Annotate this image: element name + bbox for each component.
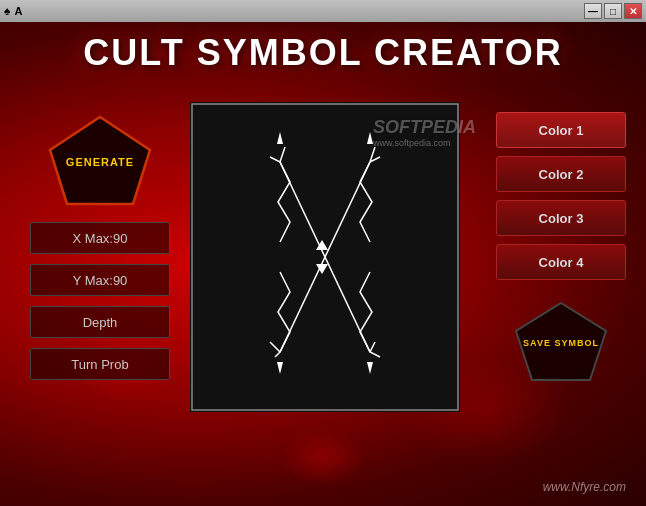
svg-marker-4: [277, 132, 283, 144]
svg-marker-6: [277, 362, 283, 374]
maximize-button[interactable]: □: [604, 3, 622, 19]
close-button[interactable]: ✕: [624, 3, 642, 19]
app-title: CULT SYMBOL CREATOR: [83, 32, 562, 74]
color3-button[interactable]: Color 3: [496, 200, 626, 236]
left-panel: GENERATE X Max:90 Y Max:90 Depth Turn Pr…: [20, 112, 180, 380]
turn-prob-button[interactable]: Turn Prob: [30, 348, 170, 380]
color2-button[interactable]: Color 2: [496, 156, 626, 192]
canvas-area: [190, 102, 460, 412]
window-controls: — □ ✕: [584, 3, 642, 19]
color4-button[interactable]: Color 4: [496, 244, 626, 280]
title-bar-left: ♠ A: [4, 4, 22, 18]
save-symbol-button[interactable]: SAVE SYMBOL: [506, 298, 616, 388]
softpedia-watermark: SOFTPEDIA www.softpedia.com: [373, 117, 476, 148]
save-label: SAVE SYMBOL: [523, 338, 599, 348]
y-max-button[interactable]: Y Max:90: [30, 264, 170, 296]
softpedia-url: www.softpedia.com: [373, 138, 476, 148]
app-icon: ♠: [4, 4, 10, 18]
title-text: A: [14, 5, 22, 17]
bottom-watermark: www.Nfyre.com: [543, 480, 626, 494]
minimize-button[interactable]: —: [584, 3, 602, 19]
background: CULT SYMBOL CREATOR GENERATE X Max:90 Y …: [0, 22, 646, 506]
generate-label: GENERATE: [66, 156, 134, 168]
depth-button[interactable]: Depth: [30, 306, 170, 338]
right-panel: Color 1 Color 2 Color 3 Color 4 SAVE SYM…: [496, 112, 626, 388]
title-bar: ♠ A — □ ✕: [0, 0, 646, 22]
softpedia-text: SOFTPEDIA: [373, 117, 476, 137]
svg-marker-7: [367, 362, 373, 374]
color1-button[interactable]: Color 1: [496, 112, 626, 148]
x-max-button[interactable]: X Max:90: [30, 222, 170, 254]
symbol-svg: [190, 102, 460, 412]
app-window: ♠ A — □ ✕ CULT SYMBOL CREATOR GENERATE X…: [0, 0, 646, 506]
generate-button[interactable]: GENERATE: [45, 112, 155, 212]
